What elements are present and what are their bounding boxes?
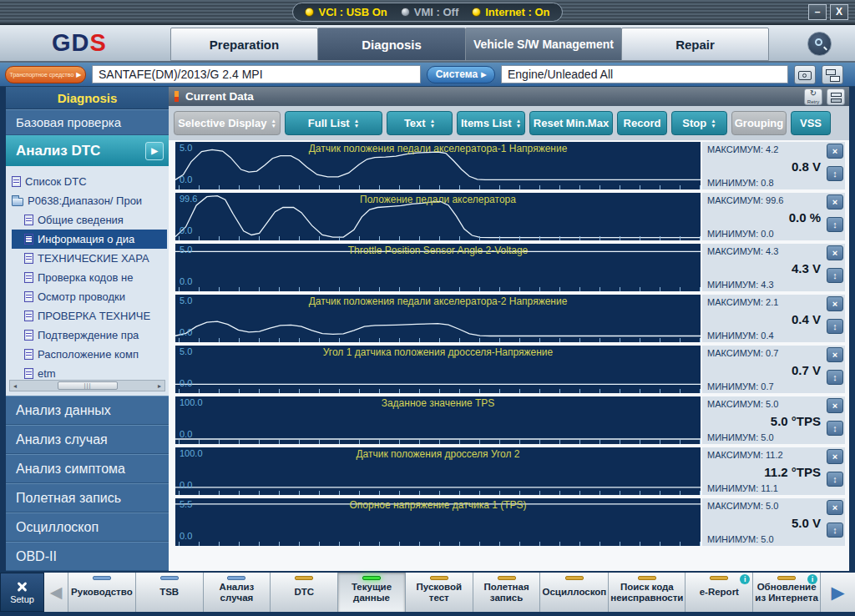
toolbar-button[interactable]: Record (617, 111, 667, 135)
close-button[interactable]: X (830, 4, 848, 20)
nav-item[interactable]: DTC (271, 573, 338, 612)
channel-reorder-button[interactable]: ↕ (827, 421, 843, 436)
document-icon (24, 234, 33, 245)
toolbar-button[interactable]: Items List ▲▼ (457, 111, 525, 135)
tree-item[interactable]: Информация о диа (12, 230, 167, 249)
retry-icon: ↻ (805, 88, 822, 98)
channel-close-button[interactable]: × (827, 245, 843, 260)
scroll-left-arrow[interactable]: ◂ (10, 382, 20, 390)
channel-reorder-button[interactable]: ↕ (827, 166, 843, 181)
tree-item[interactable]: ТЕХНИЧЕСКИЕ ХАРА (12, 249, 167, 268)
nav-scroll-left-button[interactable]: ◀ (44, 573, 68, 612)
maximum-readout: МАКСИМУМ: 11.2 (707, 450, 822, 460)
nav-item[interactable]: Поиск кода неисправности (609, 573, 686, 612)
tree-item[interactable]: Расположение комп (12, 345, 167, 364)
sidebar-item[interactable]: Анализ симптома (6, 454, 169, 483)
tree-item[interactable]: P0638:Диапазон/ Прои (12, 191, 167, 210)
channel-close-button[interactable]: × (827, 500, 843, 515)
scroll-right-arrow[interactable]: ▸ (154, 382, 164, 390)
toolbar-button[interactable]: Selective Display ▲▼ (174, 111, 281, 135)
tree-item[interactable]: Осмотр проводки (12, 287, 167, 306)
panel-title: Current Data (185, 90, 254, 103)
nav-item[interactable]: TSB (136, 573, 204, 612)
channel-info-panel: МАКСИМУМ: 99.6 0.0 % МИНИМУМ: 0.0 × ↕ (701, 193, 845, 240)
channel-close-button[interactable]: × (827, 194, 843, 210)
sidebar-item[interactable]: Полетная запись (6, 483, 169, 512)
nav-item[interactable]: Анализ случая (204, 573, 271, 612)
tab-4[interactable]: Repair (621, 28, 769, 61)
document-icon (24, 253, 33, 264)
nav-item[interactable]: Обновление из Интернета i (753, 573, 821, 612)
minimum-readout: МИНИМУМ: 0.0 (707, 229, 822, 239)
minimum-readout: МИНИМУМ: 0.8 (707, 178, 822, 188)
channel-reorder-button[interactable]: ↕ (827, 268, 843, 283)
main-tabs: PreparationDiagnosisVehicle S/W Manageme… (171, 28, 769, 61)
screen-switch-button[interactable] (822, 65, 843, 84)
status-dot-icon (472, 8, 481, 17)
search-button[interactable] (807, 32, 832, 56)
nav-item[interactable]: Пусковой тест (406, 573, 473, 612)
channel-reorder-button[interactable]: ↕ (827, 523, 843, 538)
channel-reorder-button[interactable]: ↕ (827, 319, 843, 334)
document-icon (12, 176, 21, 187)
minimize-button[interactable]: – (808, 4, 827, 20)
channel-close-button[interactable]: × (827, 398, 843, 413)
maximum-readout: МАКСИМУМ: 2.1 (707, 297, 822, 307)
tree-item[interactable]: Общие сведения (12, 210, 167, 230)
tab-3[interactable]: Vehicle S/W Management (465, 28, 622, 61)
time-ticks (179, 338, 701, 342)
channel-close-button[interactable]: × (827, 347, 843, 362)
nav-item[interactable]: Текущие данные (338, 573, 406, 612)
channel-close-button[interactable]: × (827, 144, 843, 159)
nav-scroll-right-button[interactable]: ▶ (821, 573, 855, 612)
tree-item[interactable]: Список DTC (12, 172, 167, 191)
status-indicator-bar (227, 576, 245, 580)
vehicle-select-button[interactable]: Транспортное средство▶ (5, 66, 86, 83)
document-icon (24, 215, 33, 225)
titlebar: VCI : USB On VMI : Off Internet : On – X (0, 0, 855, 25)
status-indicator-bar (362, 576, 381, 580)
channel-close-button[interactable]: × (827, 296, 843, 311)
channel-reorder-button[interactable]: ↕ (827, 370, 843, 385)
system-select-button[interactable]: Система▶ (427, 66, 495, 83)
current-value: 0.4 V (707, 312, 822, 326)
tree-item[interactable]: Подтверждение пра (12, 326, 167, 345)
nav-item[interactable]: Полетная запись (473, 573, 541, 612)
system-value-field[interactable]: Engine/Unleaded All (501, 65, 788, 83)
sidebar-item[interactable]: OBD-II (6, 542, 169, 571)
nav-item[interactable]: e-Report i (686, 573, 753, 612)
channel-reorder-button[interactable]: ↕ (827, 217, 843, 232)
expand-arrow-button[interactable]: ▶ (145, 142, 164, 160)
sidebar-item[interactable]: Анализ данных (6, 396, 169, 425)
channel-close-button[interactable]: × (827, 449, 843, 464)
split-view-button[interactable] (827, 88, 845, 105)
nav-item[interactable]: Осциллоскоп (540, 573, 609, 612)
toolbar-button[interactable]: Stop ▲▼ (671, 111, 727, 135)
chart-row: 99.6 Положение педали акселератора 0.0 М… (175, 193, 845, 240)
time-ticks (179, 491, 701, 495)
tab-1[interactable]: Preparation (170, 28, 318, 61)
tree-item[interactable]: Проверка кодов не (12, 268, 167, 287)
screenshot-button[interactable] (794, 65, 816, 84)
status-indicator-bar (160, 576, 179, 580)
toolbar-button[interactable]: Reset Min.Max (529, 111, 613, 135)
nav-item[interactable]: Руководство (68, 573, 136, 612)
setup-button[interactable]: Setup (0, 573, 44, 612)
tab-2[interactable]: Diagnosis (317, 28, 466, 61)
sidebar-item[interactable]: Анализ случая (6, 425, 169, 454)
sidebar-item-basic-check[interactable]: Базовая проверка (6, 109, 169, 135)
toolbar-button[interactable]: VSS (791, 111, 831, 135)
tree-horizontal-scrollbar[interactable]: ◂ ▸ (9, 380, 165, 391)
toolbar-button[interactable]: Text ▲▼ (387, 111, 453, 135)
vehicle-value-field[interactable]: SANTAFE(DM)/2013/G 2.4 MPI (92, 65, 421, 83)
tree-item[interactable]: ПРОВЕРКА ТЕХНИЧЕ (12, 306, 167, 326)
current-data-toolbar: Selective Display ▲▼ Full List ▲▼ Text ▲… (169, 106, 855, 140)
retry-button[interactable]: ↻ Retry (804, 88, 822, 105)
sidebar-item[interactable]: Осциллоскоп (6, 512, 169, 542)
scrollbar-thumb[interactable] (58, 381, 118, 390)
current-value: 4.3 V (707, 261, 822, 275)
sidebar-item-dtc-analysis[interactable]: Анализ DTC ▶ (6, 135, 169, 166)
toolbar-button[interactable]: Full List ▲▼ (285, 111, 382, 135)
channel-reorder-button[interactable]: ↕ (827, 472, 843, 487)
toolbar-button[interactable]: Grouping (731, 111, 787, 135)
